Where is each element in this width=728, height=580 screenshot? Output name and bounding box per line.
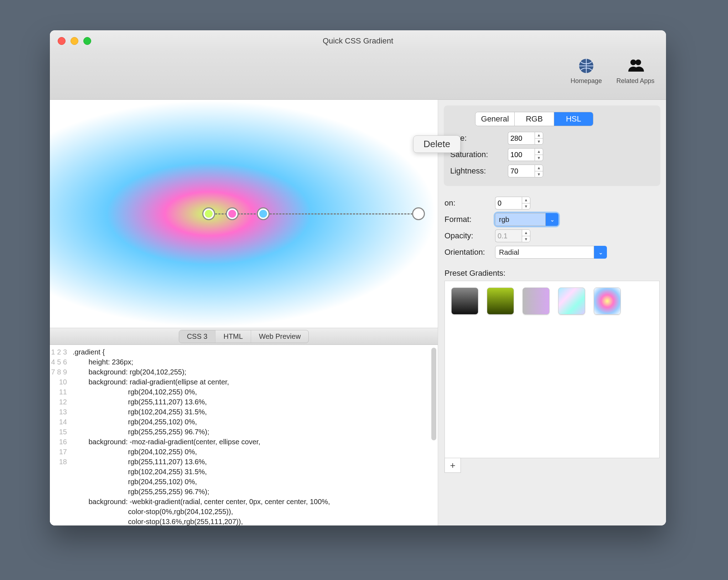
stepper-arrows[interactable]: ▲▼ bbox=[535, 148, 543, 161]
svg-point-1 bbox=[630, 59, 636, 65]
color-mode-tabs: General RGB HSL bbox=[475, 112, 593, 126]
saturation-row: Saturation: ▲▼ bbox=[450, 148, 654, 161]
code-tabs-bar: CSS 3 HTML Web Preview bbox=[50, 328, 438, 345]
chevron-down-icon[interactable]: ▼ bbox=[522, 203, 530, 209]
gradient-stop-4[interactable] bbox=[412, 207, 425, 220]
tab-html[interactable]: HTML bbox=[215, 330, 251, 343]
homepage-label: Homepage bbox=[571, 77, 602, 85]
content-area: CSS 3 HTML Web Preview 1 2 3 4 5 6 7 8 9… bbox=[50, 100, 666, 525]
position-row: on: ▲▼ bbox=[444, 197, 660, 209]
chevron-down-icon[interactable]: ⌄ bbox=[546, 213, 558, 226]
window-title: Quick CSS Gradient bbox=[50, 30, 666, 52]
stop-properties: on: ▲▼ Format: rgb ⌄ Opacity: bbox=[444, 193, 660, 262]
lightness-row: Lightness: ▲▼ bbox=[450, 165, 654, 177]
format-label: Format: bbox=[444, 215, 491, 224]
add-preset-button[interactable]: + bbox=[444, 458, 461, 473]
orientation-label: Orientation: bbox=[444, 248, 491, 257]
chevron-up-icon[interactable]: ▲ bbox=[522, 197, 530, 203]
preset-swatch[interactable] bbox=[487, 288, 514, 315]
title-bar: Quick CSS Gradient bbox=[50, 30, 666, 52]
plus-icon: + bbox=[450, 460, 455, 471]
opacity-stepper[interactable]: ▲▼ bbox=[495, 229, 530, 242]
position-stepper[interactable]: ▲▼ bbox=[495, 197, 530, 209]
hue-input[interactable] bbox=[508, 132, 535, 145]
stop-color-swatch bbox=[259, 210, 267, 218]
delete-context-button[interactable]: Delete bbox=[413, 135, 461, 153]
app-window: Quick CSS Gradient Homepage Related Apps bbox=[50, 30, 666, 525]
color-tabs-well: General RGB HSL Hue: ▲▼ Saturation: ▲▼ bbox=[444, 105, 660, 186]
gradient-stop-2[interactable] bbox=[226, 207, 239, 220]
orientation-select[interactable]: Radial ⌄ bbox=[495, 246, 607, 259]
hue-stepper[interactable]: ▲▼ bbox=[508, 132, 543, 145]
globe-icon bbox=[577, 57, 596, 75]
chevron-up-icon[interactable]: ▲ bbox=[535, 165, 543, 171]
code-tabs: CSS 3 HTML Web Preview bbox=[179, 330, 309, 343]
saturation-stepper[interactable]: ▲▼ bbox=[508, 148, 543, 161]
chevron-up-icon[interactable]: ▲ bbox=[535, 132, 543, 139]
stop-color-swatch bbox=[415, 210, 422, 218]
stepper-arrows[interactable]: ▲▼ bbox=[535, 165, 543, 177]
presets-label: Preset Gradients: bbox=[444, 269, 660, 278]
chevron-up-icon[interactable]: ▲ bbox=[522, 230, 530, 236]
orientation-row: Orientation: Radial ⌄ bbox=[444, 246, 660, 259]
stepper-arrows[interactable]: ▲▼ bbox=[522, 229, 530, 242]
tab-rgb[interactable]: RGB bbox=[515, 112, 554, 126]
format-row: Format: rgb ⌄ bbox=[444, 213, 660, 226]
position-input[interactable] bbox=[495, 197, 522, 209]
svg-point-2 bbox=[635, 59, 641, 65]
chevron-down-icon[interactable]: ▼ bbox=[535, 139, 543, 145]
lightness-label: Lightness: bbox=[450, 166, 504, 176]
scrollbar-thumb[interactable] bbox=[431, 348, 436, 440]
stepper-arrows[interactable]: ▲▼ bbox=[535, 132, 543, 145]
stop-color-swatch bbox=[228, 210, 236, 218]
preset-gradients-list: + bbox=[444, 281, 660, 458]
related-apps-button[interactable]: Related Apps bbox=[614, 57, 657, 85]
people-icon bbox=[626, 57, 645, 75]
lightness-input[interactable] bbox=[508, 165, 535, 177]
opacity-row: Opacity: ▲▼ bbox=[444, 229, 660, 242]
saturation-input[interactable] bbox=[508, 148, 535, 161]
orientation-value: Radial bbox=[495, 246, 594, 259]
tab-web-preview[interactable]: Web Preview bbox=[251, 330, 308, 343]
gradient-stop-1[interactable] bbox=[202, 207, 215, 220]
side-panel: General RGB HSL Hue: ▲▼ Saturation: ▲▼ bbox=[438, 100, 666, 525]
code-body[interactable]: .gradient { height: 236px; background: r… bbox=[70, 345, 438, 525]
toolbar: Homepage Related Apps bbox=[50, 52, 666, 100]
position-label: on: bbox=[444, 198, 491, 208]
preset-swatch[interactable] bbox=[558, 288, 585, 315]
left-column: CSS 3 HTML Web Preview 1 2 3 4 5 6 7 8 9… bbox=[50, 100, 438, 525]
gradient-preview[interactable] bbox=[50, 100, 438, 328]
chevron-down-icon[interactable]: ▼ bbox=[522, 236, 530, 242]
gradient-stop-3[interactable] bbox=[257, 207, 270, 220]
tab-css3[interactable]: CSS 3 bbox=[179, 330, 216, 343]
chevron-down-icon[interactable]: ▼ bbox=[535, 155, 543, 161]
stop-color-swatch bbox=[205, 210, 213, 218]
related-apps-label: Related Apps bbox=[616, 77, 654, 85]
opacity-label: Opacity: bbox=[444, 231, 491, 240]
stepper-arrows[interactable]: ▲▼ bbox=[522, 197, 530, 209]
opacity-input[interactable] bbox=[495, 229, 522, 242]
lightness-stepper[interactable]: ▲▼ bbox=[508, 165, 543, 177]
preset-swatch[interactable] bbox=[522, 288, 550, 315]
line-gutter: 1 2 3 4 5 6 7 8 9 10 11 12 13 14 15 16 1… bbox=[50, 345, 70, 525]
hue-row: Hue: ▲▼ bbox=[450, 132, 654, 145]
chevron-up-icon[interactable]: ▲ bbox=[535, 149, 543, 155]
stop-guide-line bbox=[209, 213, 413, 214]
code-editor[interactable]: 1 2 3 4 5 6 7 8 9 10 11 12 13 14 15 16 1… bbox=[50, 345, 438, 525]
format-value: rgb bbox=[495, 213, 546, 226]
chevron-down-icon[interactable]: ▼ bbox=[535, 171, 543, 177]
tab-hsl[interactable]: HSL bbox=[554, 112, 593, 126]
preset-swatch[interactable] bbox=[451, 288, 478, 315]
delete-label: Delete bbox=[423, 139, 450, 149]
homepage-button[interactable]: Homepage bbox=[565, 57, 608, 85]
chevron-down-icon[interactable]: ⌄ bbox=[594, 246, 607, 259]
tab-general[interactable]: General bbox=[475, 112, 515, 126]
format-select[interactable]: rgb ⌄ bbox=[495, 213, 558, 226]
preset-swatch[interactable] bbox=[594, 288, 621, 315]
